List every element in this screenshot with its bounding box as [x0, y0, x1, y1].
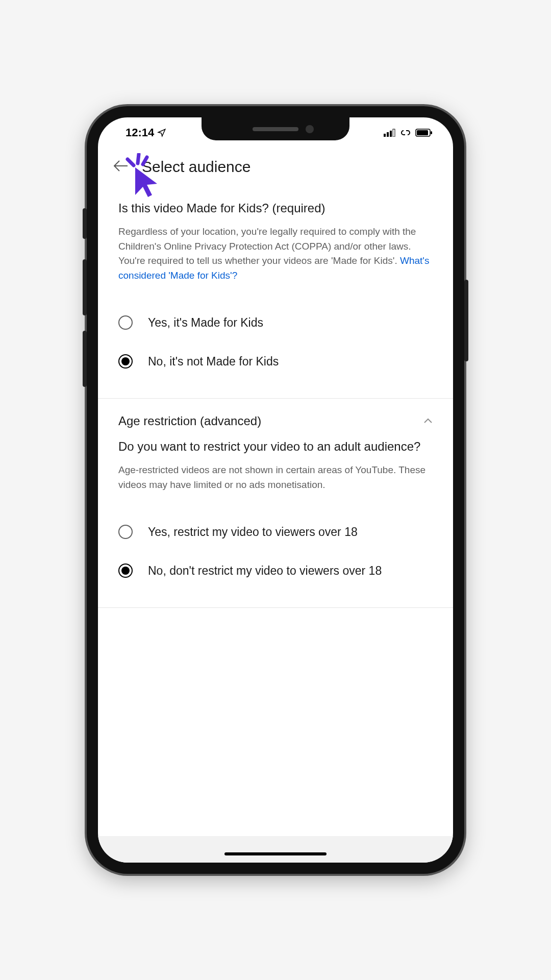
svg-rect-0: [384, 134, 386, 137]
age-restriction-question: Do you want to restrict your video to an…: [118, 439, 433, 454]
location-arrow-icon: [157, 128, 166, 137]
phone-volume-up: [83, 259, 87, 315]
radio-label: No, don't restrict my video to viewers o…: [148, 564, 382, 578]
svg-rect-1: [387, 132, 389, 137]
radio-yes-restrict[interactable]: Yes, restrict my video to viewers over 1…: [118, 512, 433, 551]
age-restriction-section: Do you want to restrict your video to an…: [98, 439, 453, 607]
made-for-kids-radio-group: Yes, it's Made for Kids No, it's not Mad…: [118, 303, 433, 381]
chevron-up-icon: [423, 416, 433, 427]
made-for-kids-description: Regardless of your location, you're lega…: [118, 225, 433, 283]
back-arrow-icon[interactable]: [113, 158, 129, 176]
radio-circle-selected-icon: [118, 354, 133, 369]
radio-label: Yes, restrict my video to viewers over 1…: [148, 525, 358, 539]
radio-no-restrict[interactable]: No, don't restrict my video to viewers o…: [118, 551, 433, 590]
bottom-bar: [98, 836, 453, 863]
radio-label: Yes, it's Made for Kids: [148, 316, 263, 330]
radio-label: No, it's not Made for Kids: [148, 355, 279, 369]
notch-camera: [306, 125, 314, 133]
made-for-kids-section: Is this video Made for Kids? (required) …: [98, 191, 453, 398]
status-time: 12:14: [126, 126, 154, 139]
status-left: 12:14: [126, 126, 166, 139]
made-for-kids-desc-text: Regardless of your location, you're lega…: [118, 226, 416, 266]
age-restriction-title: Age restriction (advanced): [118, 414, 261, 428]
home-indicator[interactable]: [224, 852, 327, 855]
svg-line-7: [138, 154, 139, 163]
svg-rect-5: [417, 130, 428, 135]
svg-rect-6: [431, 131, 432, 134]
radio-circle-icon: [118, 315, 133, 330]
phone-power-button: [464, 280, 468, 361]
notch-speaker: [253, 127, 298, 131]
content-area: Is this video Made for Kids? (required) …: [98, 191, 453, 863]
page-title: Select audience: [142, 158, 251, 176]
radio-no-made-for-kids[interactable]: No, it's not Made for Kids: [118, 342, 433, 381]
radio-yes-made-for-kids[interactable]: Yes, it's Made for Kids: [118, 303, 433, 342]
made-for-kids-title: Is this video Made for Kids? (required): [118, 201, 433, 215]
phone-volume-down: [83, 331, 87, 387]
screen: 12:14: [98, 117, 453, 863]
age-restriction-radio-group: Yes, restrict my video to viewers over 1…: [118, 512, 433, 590]
svg-rect-2: [390, 131, 392, 137]
age-restriction-description: Age-restricted videos are not shown in c…: [118, 463, 433, 492]
chain-icon: [399, 129, 412, 137]
header: Select audience: [98, 148, 453, 191]
battery-icon: [415, 129, 433, 137]
svg-rect-3: [393, 129, 395, 137]
radio-circle-icon: [118, 525, 133, 539]
phone-frame: 12:14: [87, 106, 464, 874]
notch: [202, 117, 349, 140]
status-right: [384, 129, 433, 137]
spacer: [98, 608, 453, 836]
radio-circle-selected-icon: [118, 564, 133, 578]
signal-icon: [384, 129, 396, 137]
age-restriction-accordion[interactable]: Age restriction (advanced): [98, 399, 453, 439]
phone-mute-switch: [83, 208, 87, 239]
